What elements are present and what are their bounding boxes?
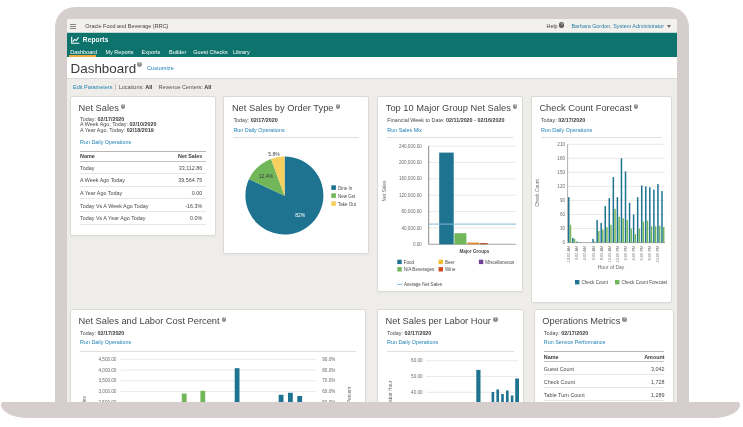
svg-text:3,000.00: 3,000.00: [99, 389, 117, 394]
svg-text:Check Count Forecast: Check Count Forecast: [621, 280, 667, 285]
svg-text:8:00 AM: 8:00 AM: [599, 246, 604, 261]
svg-text:New Gst: New Gst: [338, 194, 356, 199]
svg-text:90.0%: 90.0%: [322, 357, 335, 362]
svg-text:70.0%: 70.0%: [322, 378, 335, 383]
svg-text:Average Net Sales: Average Net Sales: [404, 282, 443, 287]
svg-text:30: 30: [560, 227, 566, 232]
svg-text:Net Sales: Net Sales: [382, 180, 387, 201]
svg-text:12:00 AM: 12:00 AM: [566, 246, 571, 263]
svg-text:5.8%: 5.8%: [269, 152, 281, 158]
svg-text:12.4%: 12.4%: [259, 173, 274, 179]
svg-text:Hour of Day: Hour of Day: [598, 264, 625, 270]
svg-text:Major Groups: Major Groups: [460, 249, 490, 254]
svg-text:60.00: 60.00: [411, 358, 423, 363]
svg-text:6:00 AM: 6:00 AM: [590, 246, 595, 261]
svg-text:N/A Beverages: N/A Beverages: [404, 267, 435, 272]
svg-text:2:00 AM: 2:00 AM: [574, 246, 579, 261]
svg-text:4:00 PM: 4:00 PM: [631, 246, 636, 261]
svg-text:60.0%: 60.0%: [322, 389, 335, 394]
svg-text:0.00: 0.00: [413, 242, 422, 247]
svg-text:10:00 AM: 10:00 AM: [607, 246, 612, 263]
svg-text:120: 120: [557, 184, 565, 189]
svg-text:Miscellaneous: Miscellaneous: [486, 260, 516, 265]
svg-text:210: 210: [557, 142, 565, 147]
svg-text:4:00 AM: 4:00 AM: [582, 246, 587, 261]
svg-text:Net Sales per Labor Hour: Net Sales per Labor Hour: [388, 380, 393, 402]
svg-text:80,000.00: 80,000.00: [402, 210, 423, 215]
svg-text:10:00 PM: 10:00 PM: [655, 246, 660, 263]
svg-text:180: 180: [557, 156, 565, 161]
svg-text:Dine In: Dine In: [338, 186, 353, 191]
svg-text:60: 60: [560, 212, 566, 217]
svg-text:90: 90: [560, 198, 566, 203]
svg-text:82%: 82%: [296, 212, 307, 218]
svg-text:3,500.00: 3,500.00: [99, 378, 117, 383]
svg-text:Beer: Beer: [445, 260, 455, 265]
svg-text:6:00 PM: 6:00 PM: [639, 246, 644, 261]
svg-text:Check Count: Check Count: [535, 179, 540, 207]
svg-text:Wine: Wine: [445, 267, 456, 272]
svg-text:50.00: 50.00: [411, 374, 423, 379]
svg-text:2:00 PM: 2:00 PM: [623, 246, 628, 261]
svg-text:40.00: 40.00: [411, 390, 423, 395]
svg-text:Labor Cost Percent: Labor Cost Percent: [347, 386, 352, 402]
svg-text:150: 150: [557, 170, 565, 175]
svg-text:120,000.00: 120,000.00: [399, 193, 422, 198]
svg-text:4,500.00: 4,500.00: [99, 357, 117, 362]
svg-text:240,000.00: 240,000.00: [399, 144, 422, 149]
svg-text:Food: Food: [404, 260, 415, 265]
svg-text:0: 0: [562, 241, 565, 246]
svg-text:80.0%: 80.0%: [322, 368, 335, 373]
svg-text:160,000.00: 160,000.00: [399, 177, 422, 182]
svg-text:8:00 PM: 8:00 PM: [647, 246, 652, 261]
svg-text:Take Out: Take Out: [338, 202, 357, 207]
svg-text:4,000.00: 4,000.00: [99, 368, 117, 373]
svg-text:Check Count: Check Count: [581, 280, 608, 285]
svg-text:200,000.00: 200,000.00: [399, 160, 422, 165]
svg-text:12:00 PM: 12:00 PM: [615, 246, 620, 263]
svg-text:40,000.00: 40,000.00: [402, 226, 423, 231]
